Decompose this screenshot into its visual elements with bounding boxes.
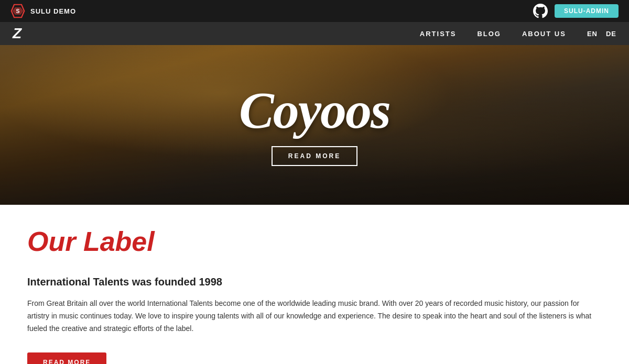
nav-link-about[interactable]: ABOUT US [522, 30, 566, 38]
nav-link-artists[interactable]: ARTISTS [420, 30, 457, 38]
hero-title: Coyoos [239, 84, 390, 137]
lang-de-button[interactable]: DE [606, 30, 616, 38]
lang-switcher: EN DE [587, 30, 616, 38]
top-bar-right: SULU-ADMIN [533, 3, 619, 19]
secondary-nav-logo: Z [13, 26, 21, 41]
top-bar-left: S SULU DEMO [10, 4, 76, 18]
nav-link-blog[interactable]: BLOG [477, 30, 501, 38]
hero-read-more-button[interactable]: READ MORE [272, 146, 357, 166]
main-content: Our Label International Talents was foun… [0, 205, 629, 364]
our-label-heading: Our Label [27, 226, 602, 257]
github-icon-button[interactable] [533, 3, 548, 19]
top-bar: S SULU DEMO SULU-ADMIN [0, 0, 629, 22]
top-bar-title: SULU DEMO [30, 7, 76, 15]
read-more-button[interactable]: READ MORE [27, 352, 106, 364]
body-text: From Great Britain all over the world In… [27, 297, 602, 335]
z-logo: Z [13, 26, 21, 41]
secondary-nav-links: ARTISTS BLOG ABOUT US EN DE [420, 30, 616, 38]
hero-content: Coyoos READ MORE [0, 45, 629, 205]
founded-heading: International Talents was founded 1998 [27, 276, 602, 288]
lang-en-button[interactable]: EN [587, 30, 598, 38]
admin-button[interactable]: SULU-ADMIN [555, 4, 619, 18]
github-icon [533, 4, 548, 18]
svg-text:S: S [16, 8, 19, 14]
sulu-logo-icon: S [10, 4, 25, 18]
secondary-nav: Z ARTISTS BLOG ABOUT US EN DE [0, 22, 629, 45]
hero-section: Coyoos READ MORE [0, 45, 629, 205]
